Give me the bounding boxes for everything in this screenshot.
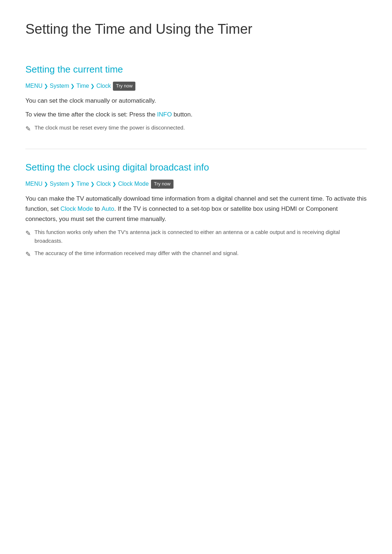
try-now-badge-2[interactable]: Try now	[151, 180, 173, 189]
body-digital-middle: to	[93, 205, 102, 212]
note-text-2: This function works only when the TV's a…	[34, 228, 367, 245]
note-text-3: The accuracy of the time information rec…	[34, 249, 239, 258]
breadcrumb-system: System	[50, 81, 69, 91]
chevron2-icon-4: ❯	[112, 180, 117, 188]
clock-mode-highlight: Clock Mode	[60, 205, 93, 212]
note-item-2: ✎ This function works only when the TV's…	[25, 228, 367, 245]
section-divider	[25, 149, 367, 149]
section-title-current-time: Setting the current time	[25, 62, 367, 77]
pencil-icon-1: ✎	[25, 124, 31, 134]
body-text-1: You can set the clock manually or automa…	[25, 96, 367, 106]
try-now-badge-1[interactable]: Try now	[113, 82, 135, 91]
chevron-icon-2: ❯	[70, 82, 75, 90]
body-text-digital: You can make the TV automatically downlo…	[25, 194, 367, 224]
pencil-icon-2: ✎	[25, 228, 31, 239]
section-current-time: Setting the current time MENU ❯ System ❯…	[25, 62, 367, 134]
pencil-icon-3: ✎	[25, 249, 31, 260]
body-text-2-prefix: To view the time after the clock is set:…	[25, 111, 157, 118]
section-title-digital-broadcast: Setting the clock using digital broadcas…	[25, 160, 367, 175]
chevron-icon-1: ❯	[44, 82, 48, 90]
page-title: Setting the Time and Using the Timer	[25, 18, 367, 44]
breadcrumb-clock: Clock	[96, 81, 111, 91]
chevron2-icon-1: ❯	[44, 180, 48, 188]
info-highlight: INFO	[157, 111, 172, 118]
note-item-3: ✎ The accuracy of the time information r…	[25, 249, 367, 260]
breadcrumb-current-time: MENU ❯ System ❯ Time ❯ Clock Try now	[25, 81, 367, 91]
breadcrumb2-clockmode: Clock Mode	[118, 179, 148, 189]
note-text-1: The clock must be reset every time the p…	[34, 123, 185, 132]
breadcrumb-time: Time	[76, 81, 89, 91]
note-item-1: ✎ The clock must be reset every time the…	[25, 123, 367, 134]
section-digital-broadcast: Setting the clock using digital broadcas…	[25, 160, 367, 260]
breadcrumb-digital-broadcast: MENU ❯ System ❯ Time ❯ Clock ❯ Clock Mod…	[25, 179, 367, 189]
body-text-2-suffix: button.	[172, 111, 192, 118]
breadcrumb2-clock: Clock	[96, 179, 111, 189]
auto-highlight: Auto	[102, 205, 114, 212]
chevron-icon-3: ❯	[90, 82, 95, 90]
chevron2-icon-3: ❯	[90, 180, 95, 188]
breadcrumb2-menu: MENU	[25, 179, 42, 189]
breadcrumb2-system: System	[50, 179, 69, 189]
breadcrumb-menu: MENU	[25, 81, 42, 91]
body-text-2: To view the time after the clock is set:…	[25, 110, 367, 120]
chevron2-icon-2: ❯	[70, 180, 75, 188]
breadcrumb2-time: Time	[76, 179, 89, 189]
